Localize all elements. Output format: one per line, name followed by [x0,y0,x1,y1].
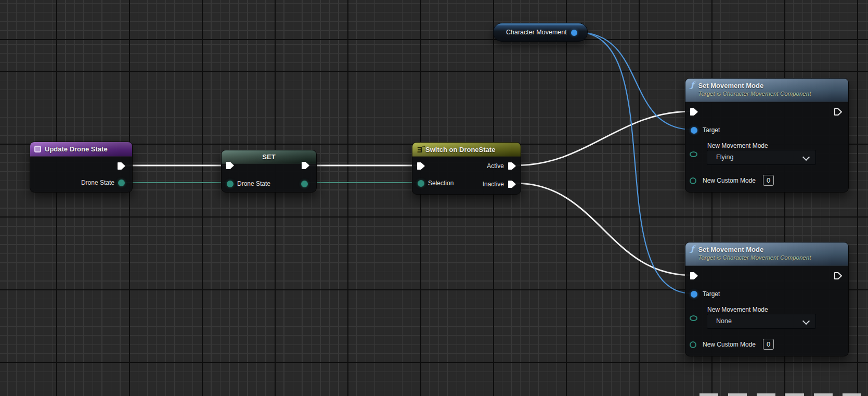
exec-output-pin[interactable] [834,272,843,280]
chevron-down-icon [802,317,810,325]
new-movement-mode-dropdown[interactable]: Flying [707,150,816,165]
node-header-function: ƒ Set Movement Mode Target is Character … [685,242,848,266]
pin-label-selection: Selection [428,180,454,187]
target-input-pin[interactable] [691,291,697,298]
variable-name: Character Movement [506,29,567,36]
target-input-pin[interactable] [691,127,697,134]
node-header-switch: Ǝ→ Switch on DroneState [412,143,521,157]
new-movement-mode-input-pin[interactable] [690,151,697,157]
function-icon: ƒ [691,245,694,253]
blueprint-graph-canvas[interactable]: Update Drone State Drone State SET Drone… [0,0,868,396]
pin-label-active: Active [487,162,504,170]
node-title: Switch on DroneState [425,146,495,154]
dropdown-value: None [707,317,732,325]
new-movement-mode-label: New Movement Mode [707,306,768,313]
new-movement-mode-dropdown[interactable]: None [707,314,816,329]
new-custom-mode-label: New Custom Mode [703,341,756,348]
drone-state-output-pin[interactable] [118,180,125,186]
new-movement-mode-input-pin[interactable] [690,315,697,321]
switch-arrow-icon: → [421,144,426,148]
custom-event-icon [34,146,41,152]
wire-exec-inactive-to-setmovementmode-bottom[interactable] [515,183,691,275]
node-title: Set Movement Mode [698,82,763,90]
pin-label-target: Target [703,126,720,134]
offscreen-node-clipped-text [699,393,862,396]
drone-state-input-pin[interactable] [227,181,234,187]
new-custom-mode-input-pin[interactable] [690,177,696,184]
new-custom-mode-label: New Custom Mode [703,177,756,184]
pin-label-drone-state: Drone State [237,180,270,187]
exec-input-pin[interactable] [690,108,698,116]
new-custom-mode-input[interactable]: 0 [763,175,774,186]
exec-output-pin[interactable] [301,161,310,170]
node-header-event: Update Drone State [30,142,132,157]
pin-label-target: Target [703,290,720,298]
exec-output-pin[interactable] [117,162,126,170]
chevron-down-icon [802,154,810,161]
wire-exec-active-to-setmovementmode-top[interactable] [515,111,691,165]
node-character-movement-getter[interactable]: Character Movement [493,23,588,42]
node-set-movement-mode-none[interactable]: ƒ Set Movement Mode Target is Character … [685,242,849,356]
exec-output-pin[interactable] [834,108,843,116]
new-movement-mode-label: New Movement Mode [707,142,768,149]
selection-input-pin[interactable] [418,180,424,187]
node-subtitle: Target is Character Movement Component [698,91,811,97]
node-subtitle: Target is Character Movement Component [698,254,811,261]
node-switch-on-dronestate[interactable]: Ǝ→ Switch on DroneState Selection Active… [412,142,521,195]
active-exec-output-pin[interactable] [508,162,516,170]
dropdown-value: Flying [707,154,733,161]
exec-input-pin[interactable] [226,161,235,170]
switch-enum-icon: Ǝ→ [417,146,422,154]
exec-input-pin[interactable] [417,162,425,170]
node-set-movement-mode-flying[interactable]: ƒ Set Movement Mode Target is Character … [685,78,849,193]
exec-input-pin[interactable] [690,272,698,280]
pin-label-drone-state: Drone State [81,179,114,186]
node-header-function: ƒ Set Movement Mode Target is Character … [685,79,848,102]
new-custom-mode-input-pin[interactable] [690,341,696,348]
character-movement-output-pin[interactable] [571,30,577,36]
wire-charactermovement-to-target-top[interactable] [577,32,692,130]
drone-state-output-pin[interactable] [301,181,308,187]
node-title: Update Drone State [45,145,108,153]
new-custom-mode-input[interactable]: 0 [763,339,774,350]
inactive-exec-output-pin[interactable] [508,180,516,188]
function-icon: ƒ [691,81,694,89]
node-title: SET [262,153,275,161]
wire-charactermovement-to-target-bottom[interactable] [577,32,692,293]
node-set-drone-state[interactable]: SET Drone State [221,150,317,193]
pin-label-inactive: Inactive [483,181,504,188]
node-title: Set Movement Mode [698,246,763,253]
node-update-drone-state[interactable]: Update Drone State Drone State [30,142,133,193]
